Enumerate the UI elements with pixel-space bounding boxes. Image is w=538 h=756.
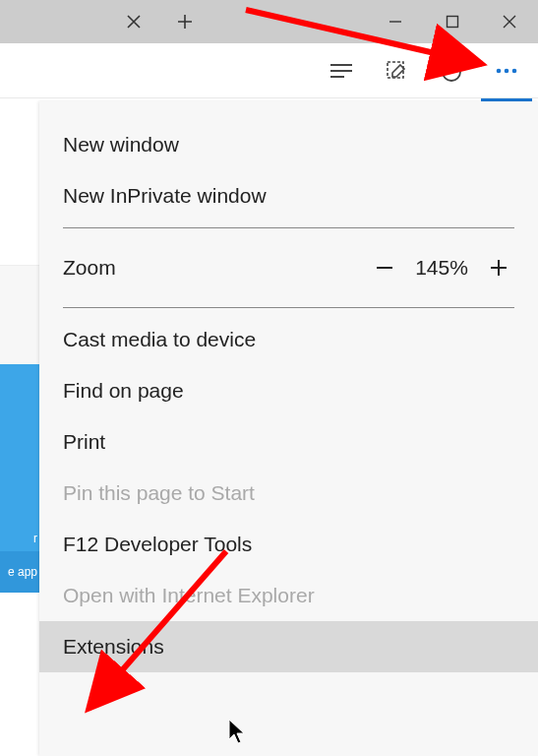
close-tab-button[interactable] [108, 0, 159, 43]
menu-separator [63, 227, 514, 228]
svg-point-3 [497, 68, 502, 73]
hub-icon[interactable] [316, 49, 367, 93]
zoom-in-button[interactable] [477, 246, 520, 289]
menu-zoom-row: Zoom 145% [39, 234, 538, 301]
more-button[interactable] [481, 49, 532, 93]
tab-area [0, 0, 210, 43]
svg-point-4 [505, 68, 509, 73]
close-window-button[interactable] [481, 0, 538, 43]
minimize-button[interactable] [367, 0, 424, 43]
zoom-out-button[interactable] [363, 246, 406, 289]
menu-cast[interactable]: Cast media to device [39, 314, 538, 365]
zoom-label: Zoom [63, 256, 363, 280]
svg-point-2 [443, 63, 460, 81]
webnote-icon[interactable] [371, 49, 422, 93]
menu-pin-to-start: Pin this page to Start [39, 468, 538, 519]
menu-devtools[interactable]: F12 Developer Tools [39, 519, 538, 570]
menu-extensions[interactable]: Extensions [39, 621, 538, 672]
menu-find[interactable]: Find on page [39, 365, 538, 416]
settings-menu: New window New InPrivate window Zoom 145… [39, 101, 538, 756]
zoom-value: 145% [406, 256, 477, 280]
get-app-banner[interactable]: e app [0, 551, 39, 593]
menu-new-window[interactable]: New window [39, 119, 538, 170]
toolbar [0, 43, 538, 98]
menu-new-inprivate[interactable]: New InPrivate window [39, 170, 538, 221]
maximize-button[interactable] [424, 0, 481, 43]
share-icon[interactable] [426, 49, 477, 93]
svg-rect-0 [448, 17, 458, 28]
background-text: r [2, 532, 37, 547]
page-background-left: r e app [0, 98, 39, 756]
menu-print[interactable]: Print [39, 416, 538, 468]
menu-open-ie: Open with Internet Explorer [39, 570, 538, 621]
menu-separator [63, 307, 514, 308]
window-titlebar [0, 0, 538, 43]
svg-point-5 [512, 68, 517, 73]
new-tab-button[interactable] [159, 0, 210, 43]
